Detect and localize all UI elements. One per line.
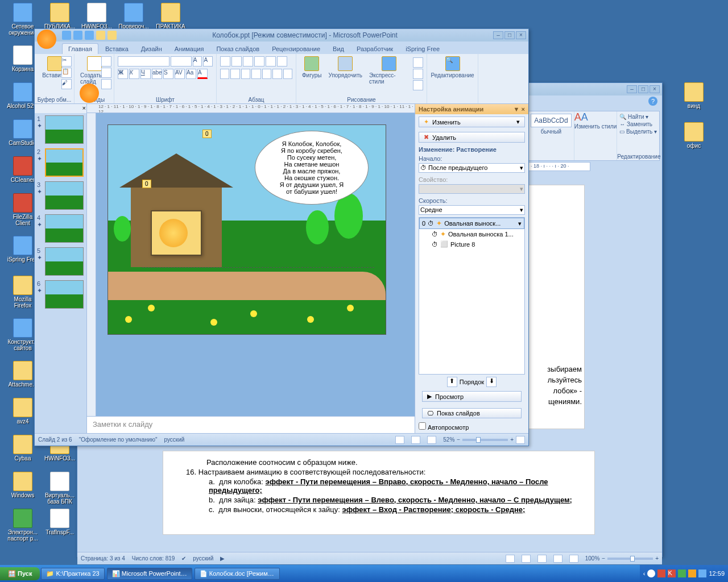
line-spacing-icon[interactable] [266,56,276,66]
zoom-slider[interactable] [462,439,508,441]
tray-icon[interactable] [657,569,665,577]
slide-thumbnail[interactable]: 5✦ [35,245,86,278]
office-button[interactable] [37,30,56,49]
zoom-level[interactable]: 52% [443,436,454,443]
numbering-icon[interactable] [231,56,242,66]
shape-fill-icon[interactable] [413,57,423,68]
animation-list[interactable]: 0 ⏱ ✦ Овальная выноск...▾ ⏱ ✦ Овальная в… [419,217,525,375]
slide-thumbnail[interactable]: 2✦ [35,146,86,179]
justify-icon[interactable] [251,69,260,79]
anim-item[interactable]: ⏱ ⬜ Picture 8 [419,239,524,249]
zoom-level[interactable]: 100% [585,555,600,562]
style-preview[interactable]: АаBbCcDd [531,114,572,127]
slides-tab-icon[interactable] [35,105,43,111]
slide-indicator[interactable]: Слайд 2 из 6 [38,436,72,443]
word-count[interactable]: Число слов: 819 [132,555,175,562]
ribbon-tab[interactable]: iSpring Free [400,44,445,54]
theme-indicator[interactable]: "Оформление по умолчанию" [79,436,158,443]
volume-icon[interactable] [698,569,706,577]
strike-icon[interactable]: abe [152,69,162,79]
fit-button[interactable] [516,436,525,444]
font-color-icon[interactable]: A [197,69,208,79]
anim-marker-b[interactable]: 0 [142,180,151,188]
desktop-icon[interactable]: Электрон... паспорт р... [6,509,40,542]
change-styles-button[interactable]: AA Изменить стили [574,111,617,160]
anim-item[interactable]: ⏱ ✦ Овальная выноска 1... [419,229,524,239]
ribbon-tab[interactable]: Дизайн [135,44,168,54]
zoom-slider[interactable] [607,558,653,560]
increase-indent-icon[interactable] [254,56,264,66]
pane-close-icon[interactable]: × [522,106,525,113]
open-icon[interactable] [96,31,105,40]
ribbon-tab[interactable]: Рецензирование [266,44,326,54]
shape-effects-icon[interactable] [413,80,423,90]
minimize-button[interactable]: – [493,31,503,39]
slide-thumbnail[interactable]: 6✦ [35,278,86,311]
spell-icon[interactable]: ✔ [181,555,186,562]
desktop-icon[interactable]: винд [677,82,711,109]
shape-outline-icon[interactable] [413,69,423,79]
move-down-button[interactable]: ⬇ [486,377,497,387]
view-outline[interactable] [553,555,562,563]
replace-button[interactable]: ↔ Заменить [619,121,657,127]
slide-canvas[interactable]: Я Колобок, Колобок, Я по коробу скребен,… [107,124,386,335]
ppt-titlebar[interactable]: Колобок.ppt [Режим совместимости] - Micr… [35,29,528,41]
bullets-icon[interactable] [220,56,230,66]
shadow-icon[interactable]: S [163,69,173,79]
normal-view-button[interactable] [395,436,404,444]
slideshow-button[interactable]: 🖵 Показ слайдов [422,408,522,418]
macro-icon[interactable]: ▶ [220,555,225,562]
desktop-icon[interactable]: TrafInspF... [43,509,77,535]
cut-icon[interactable]: ✂ [61,56,72,66]
sorter-view-button[interactable] [411,436,420,444]
language-indicator[interactable]: русский [164,436,184,443]
close-button[interactable]: × [516,31,526,39]
desktop-icon[interactable]: офис [677,122,711,149]
ribbon-tab[interactable]: Вставка [100,44,134,54]
redo-icon[interactable] [85,31,94,40]
clock[interactable]: 12:59 [709,570,725,577]
preview-button[interactable]: ▶ Просмотр [422,391,522,402]
shrink-font-icon[interactable]: A [203,56,213,66]
find-button[interactable]: 🔍 Найти ▾ [619,114,657,120]
view-fullscreen[interactable] [522,555,531,563]
font-size-select[interactable] [171,56,192,66]
quick-styles-button[interactable]: Экспресс-стили [367,55,411,90]
zoom-in-button[interactable]: + [510,436,514,443]
kolobok-character[interactable] [159,219,188,247]
layout-icon[interactable] [101,56,111,66]
ribbon-tab[interactable]: Показ слайдов [210,44,265,54]
move-up-button[interactable]: ⬆ [447,377,457,387]
smartart-icon[interactable] [283,69,292,79]
align-left-icon[interactable] [220,69,229,79]
undo-icon[interactable] [73,31,82,40]
autopreview-checkbox[interactable]: Автопросмотр [419,422,525,431]
tray-icon[interactable] [678,569,686,577]
underline-icon[interactable]: Ч [140,69,151,79]
columns-icon[interactable] [262,69,271,79]
zoom-in-button[interactable]: + [655,555,659,562]
quick-access-toolbar[interactable] [62,31,117,40]
arrange-button[interactable]: Упорядочить [326,55,365,90]
system-tray[interactable]: ‹ K 12:59 [640,565,728,582]
tray-icon[interactable]: K [668,569,676,577]
case-icon[interactable]: Aa [186,69,196,79]
speech-bubble[interactable]: Я Колобок, Колобок, Я по коробу скребен,… [255,131,369,205]
desktop-icon[interactable]: Виртуаль... база БПК [43,472,77,505]
page-indicator[interactable]: Страница: 3 из 4 [81,555,125,562]
start-select[interactable]: ⏱ После предыдущего▾ [419,163,525,173]
desktop-icon[interactable]: Провероч... [117,3,151,30]
language-indicator[interactable]: русский [193,555,213,562]
remove-effect-button[interactable]: ✖Удалить [419,132,525,143]
desktop-icon[interactable]: Windows [6,472,40,498]
close-button[interactable]: × [650,85,660,93]
desktop-icon[interactable]: ПРАКТИКА [154,3,188,30]
zoom-out-button[interactable]: − [457,436,460,443]
notes-pane[interactable]: Заметки к слайду [87,416,415,433]
decrease-indent-icon[interactable] [243,56,253,66]
tray-icon[interactable] [688,569,696,577]
view-web[interactable] [537,555,547,563]
text-direction-icon[interactable] [277,56,287,66]
anim-marker-a[interactable]: 0 [202,130,212,138]
slide-thumbnail[interactable]: 4✦ [35,212,86,245]
